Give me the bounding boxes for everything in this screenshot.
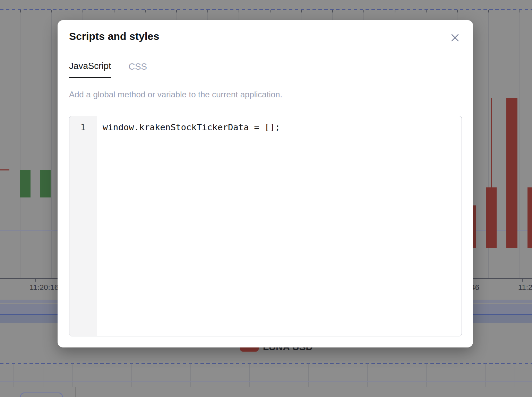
time-axis-tick — [522, 278, 523, 282]
vertical-gridline — [520, 10, 520, 278]
axis-tick — [176, 10, 177, 12]
axis-tick — [239, 10, 239, 12]
axis-tick — [20, 10, 21, 12]
axis-tick — [457, 10, 458, 12]
horizontal-gridline — [0, 371, 532, 371]
scripts-and-styles-dialog: Scripts and styles JavaScript CSS Add a … — [58, 20, 473, 347]
vertical-gridline — [456, 363, 456, 387]
code-editor: 1 window.krakenStockTickerData = []; — [69, 116, 462, 336]
axis-tick — [395, 10, 395, 12]
vertical-gridline — [279, 363, 279, 387]
close-button[interactable] — [448, 31, 462, 45]
vertical-gridline — [249, 363, 250, 387]
vertical-gridline — [515, 363, 515, 387]
pane-divider — [75, 387, 76, 397]
vertical-gridline — [190, 363, 191, 387]
vertical-gridline — [485, 363, 486, 387]
dialog-description: Add a global method or variable to the c… — [69, 90, 462, 99]
vertical-gridline — [14, 363, 14, 387]
vertical-gridline — [43, 363, 43, 387]
vertical-gridline — [72, 363, 73, 387]
vertical-gridline — [338, 363, 338, 387]
vertical-gridline — [367, 363, 368, 387]
candlestick — [20, 170, 31, 197]
axis-tick — [363, 10, 364, 12]
dashed-divider — [0, 363, 532, 364]
range-selector-button[interactable] — [20, 392, 63, 397]
vertical-gridline — [51, 10, 52, 278]
axis-tick — [426, 10, 427, 12]
time-axis-label: 11:21:16 — [518, 283, 532, 292]
code-line: window.krakenStockTickerData = []; — [103, 122, 462, 133]
candlestick — [40, 170, 51, 197]
vertical-gridline — [426, 363, 427, 387]
vertical-gridline — [102, 363, 102, 387]
tab-javascript[interactable]: JavaScript — [69, 61, 111, 78]
axis-tick — [207, 10, 208, 12]
editor-gutter: 1 — [69, 116, 97, 336]
tab-css[interactable]: CSS — [128, 61, 147, 78]
axis-tick — [301, 10, 302, 12]
vertical-gridline — [397, 363, 397, 387]
axis-tick — [488, 10, 489, 12]
axis-tick — [520, 10, 520, 12]
axis-tick — [145, 10, 146, 12]
candlestick — [486, 187, 497, 248]
axis-tick — [270, 10, 271, 12]
time-axis-label: 11:20:16 — [29, 283, 59, 292]
candlestick — [0, 169, 9, 170]
axis-tick — [83, 10, 83, 12]
dialog-header: Scripts and styles — [69, 30, 462, 45]
axis-tick — [51, 10, 52, 12]
line-number: 1 — [69, 122, 97, 133]
candlestick — [506, 98, 517, 248]
candlestick — [527, 187, 532, 248]
code-input[interactable]: window.krakenStockTickerData = []; — [97, 116, 462, 336]
candle-wick — [491, 98, 492, 187]
tab-bar: JavaScript CSS — [69, 61, 462, 78]
time-axis-tick — [35, 278, 36, 282]
vertical-gridline — [131, 363, 132, 387]
dashed-divider — [0, 9, 532, 10]
dialog-title: Scripts and styles — [69, 30, 159, 42]
axis-tick — [332, 10, 333, 12]
vertical-gridline — [161, 363, 161, 387]
vertical-gridline — [220, 363, 220, 387]
axis-tick — [114, 10, 114, 12]
vertical-gridline — [20, 10, 20, 278]
pane-boundary — [0, 387, 532, 387]
close-icon — [450, 39, 460, 44]
horizontal-gridline — [0, 381, 532, 382]
vertical-gridline — [308, 363, 309, 387]
horizontal-gridline — [0, 376, 532, 376]
